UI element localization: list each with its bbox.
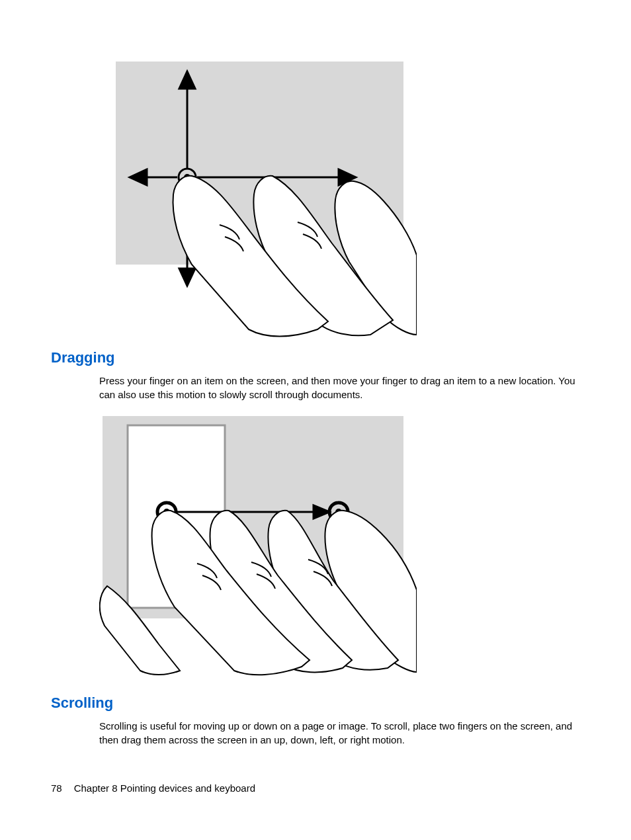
body-dragging: Press your finger on an item on the scre… <box>99 374 585 401</box>
heading-scrolling: Scrolling <box>51 694 113 712</box>
document-page: Dragging Press your finger on an item on… <box>0 0 631 840</box>
svg-marker-4 <box>179 269 195 286</box>
drag-gesture-illustration <box>99 411 417 679</box>
body-scrolling: Scrolling is useful for moving up or dow… <box>99 719 585 747</box>
figure-pan-directions <box>99 57 417 339</box>
page-number: 78 <box>51 782 62 794</box>
chapter-label: Chapter 8 Pointing devices and keyboard <box>74 782 255 794</box>
figure-drag-horizontal <box>99 411 417 679</box>
page-footer: 78Chapter 8 Pointing devices and keyboar… <box>51 782 255 794</box>
heading-dragging: Dragging <box>51 349 115 366</box>
pan-gesture-illustration <box>99 57 417 339</box>
